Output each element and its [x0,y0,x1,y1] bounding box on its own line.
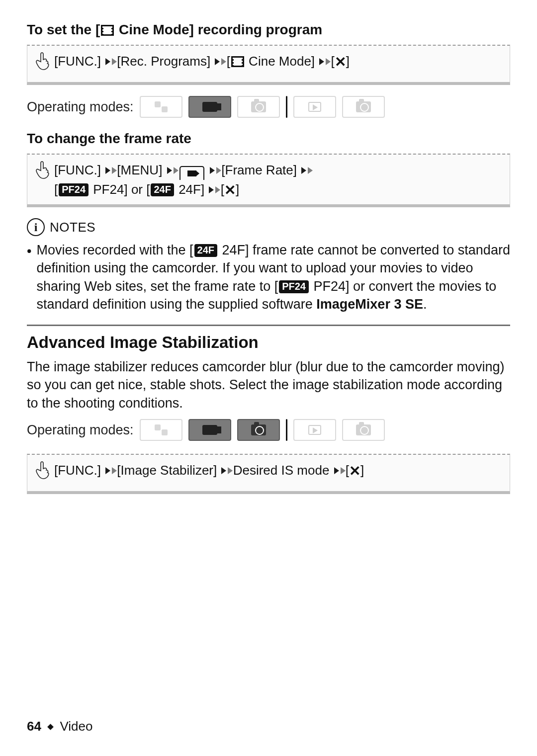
page-footer: 64 Video [27,719,92,734]
touch-hand-icon [34,161,51,186]
24f-badge-icon: 24F [194,244,217,257]
notes-text: Movies recorded with the [24F 24F] frame… [36,241,510,314]
mode-play-photo-icon [342,419,385,441]
text: Cine Mode] recording program [115,22,322,37]
mode-record-movie-icon [188,96,231,118]
text: [ [227,54,230,69]
text: [ [221,182,224,197]
text: [ [146,182,150,197]
mode-record-photo-icon [237,96,280,118]
camera-tab-icon [179,166,204,180]
bullet-icon: • [27,241,31,314]
close-x-icon: ✕ [349,464,360,478]
operating-modes-row: Operating modes: [27,419,510,441]
step-menu: [MENU] [117,163,162,177]
sequence-frame-rate: [FUNC.] [MENU] [Frame Rate] [PF24 PF24] … [27,154,510,207]
mode-separator [286,96,287,118]
cine-icon [231,56,244,67]
text: [ [54,182,58,197]
text: ] [236,182,239,197]
heading-image-stabilization: Advanced Image Stabilization [27,333,510,352]
notes-item: • Movies recorded with the [24F 24F] fra… [27,241,510,314]
text: [ [331,54,335,69]
touch-hand-icon [34,461,51,486]
advance-icon [105,58,110,65]
text: [ [346,463,349,478]
heading-cine-mode: To set the [ Cine Mode] recording progra… [27,22,510,38]
close-x-icon: ✕ [224,183,236,197]
mode-record-movie-icon [188,419,231,441]
touch-hand-icon [34,52,51,77]
software-name: ImageMixer 3 SE [316,297,423,312]
heading-frame-rate: To change the frame rate [27,131,510,147]
pf24-badge-icon: PF24 [59,183,89,196]
mode-easy-icon [140,96,182,118]
advance-icon [215,58,220,65]
sequence-cine-mode: [FUNC.] [Rec. Programs] [ Cine Mode] [✕] [27,45,510,85]
info-icon: i [27,218,45,236]
close-x-icon: ✕ [335,55,346,69]
operating-modes-label: Operating modes: [27,422,134,438]
text-or: or [131,182,146,197]
mode-play-photo-icon [342,96,385,118]
cine-icon [101,25,114,36]
step-func: [FUNC.] [54,463,101,478]
advance-icon [319,58,324,65]
chapter-name: Video [60,719,92,734]
advance-icon [105,167,110,174]
notes-label: NOTES [50,220,95,235]
mode-record-photo-icon [237,419,280,441]
step-desired-is: Desired IS mode [233,463,330,478]
advance-icon [105,467,110,474]
advance-icon [301,167,306,174]
24f-badge-icon: 24F [151,183,174,196]
text: To set the [ [27,22,100,37]
text: ] [346,54,350,69]
step-frame-rate: [Frame Rate] [221,163,297,177]
step-func: [FUNC.] [54,54,101,69]
notes-header: i NOTES [27,218,510,236]
mode-play-movie-icon [293,96,336,118]
advance-icon [221,467,226,474]
text: Movies recorded with the [ [36,243,193,257]
paragraph-is: The image stabilizer reduces camcorder b… [27,358,510,412]
sequence-content: [FUNC.] [Image Stabilizer] Desired IS mo… [54,461,503,480]
sequence-content: [FUNC.] [MENU] [Frame Rate] [PF24 PF24] … [54,161,503,199]
pf24-badge-icon: PF24 [279,280,309,293]
step-rec-programs: [Rec. Programs] [117,54,210,69]
option-pf24: PF24] [90,182,128,197]
operating-modes-label: Operating modes: [27,99,134,115]
option-24f: 24F] [175,182,204,197]
step-cine-mode: Cine Mode] [245,54,315,69]
section-divider [27,325,510,326]
sequence-image-stabilizer: [FUNC.] [Image Stabilizer] Desired IS mo… [27,454,510,494]
advance-icon [210,167,215,174]
sequence-content: [FUNC.] [Rec. Programs] [ Cine Mode] [✕] [54,52,503,71]
text: . [423,297,427,312]
mode-play-movie-icon [293,419,336,441]
mode-separator [286,419,287,441]
step-image-stabilizer: [Image Stabilizer] [117,463,217,478]
text: ] [360,463,364,478]
page-number: 64 [27,719,41,734]
advance-icon [334,467,339,474]
advance-icon [167,167,172,174]
operating-modes-row: Operating modes: [27,96,510,118]
step-func: [FUNC.] [54,163,101,177]
manual-page: To set the [ Cine Mode] recording progra… [0,0,537,756]
diamond-icon [47,724,54,730]
advance-icon [209,186,214,193]
mode-easy-icon [140,419,182,441]
